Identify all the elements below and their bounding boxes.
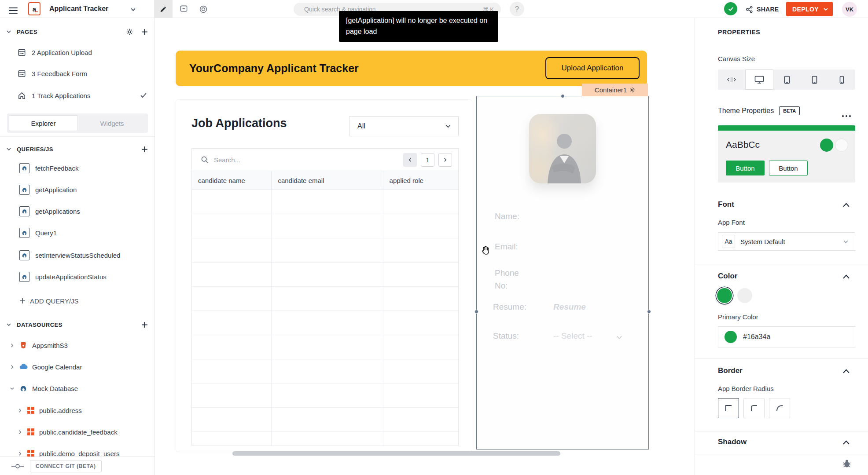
- prev-page-button[interactable]: [403, 153, 417, 167]
- table-row[interactable]: [192, 335, 458, 359]
- datasource-google-calendar[interactable]: Google Calendar: [0, 358, 155, 376]
- query-item[interactable]: Query1: [0, 224, 155, 241]
- table-search-input[interactable]: [214, 156, 337, 164]
- table-row[interactable]: [192, 432, 458, 446]
- table-cell[interactable]: [383, 335, 458, 359]
- table-cell[interactable]: [272, 408, 383, 431]
- datasources-section-header[interactable]: DATASOURCES: [0, 318, 155, 331]
- deploy-chevron-down-icon[interactable]: [823, 7, 828, 12]
- help-button[interactable]: ?: [510, 2, 524, 16]
- query-item[interactable]: fetchFeedback: [0, 159, 155, 177]
- table-cell[interactable]: [383, 190, 458, 214]
- datasource-table-public-address[interactable]: public.address: [0, 402, 155, 419]
- canvas-size-tablet-large-option[interactable]: [773, 69, 801, 90]
- collapse-chevron-up-icon[interactable]: [843, 440, 850, 445]
- chevron-down-icon[interactable]: [10, 386, 15, 391]
- debug-bug-icon[interactable]: [842, 459, 852, 468]
- table-row[interactable]: [192, 384, 458, 408]
- table-row[interactable]: [192, 190, 458, 214]
- sidebar-page-track-applications[interactable]: 1 Track Applications: [0, 87, 155, 104]
- color-swatch-green-selected[interactable]: [717, 288, 732, 303]
- sidebar-page-feedback-form[interactable]: 3 Feeedback Form: [0, 65, 155, 82]
- app-logo-icon[interactable]: a: [28, 2, 40, 15]
- color-swatch-light[interactable]: [737, 288, 752, 303]
- table-cell[interactable]: [272, 263, 383, 286]
- table-cell[interactable]: [192, 408, 272, 431]
- status-select[interactable]: -- Select --: [553, 331, 592, 341]
- column-header[interactable]: candidate email: [272, 171, 383, 190]
- resize-handle-left[interactable]: [474, 310, 478, 314]
- table-cell[interactable]: [383, 311, 458, 335]
- share-button[interactable]: SHARE: [746, 4, 779, 15]
- query-item[interactable]: updateApplicationStatus: [0, 268, 155, 285]
- table-row[interactable]: [192, 263, 458, 287]
- add-query-icon[interactable]: [141, 146, 148, 153]
- chevron-down-icon[interactable]: [6, 146, 11, 152]
- container-settings-gear-icon[interactable]: [629, 87, 635, 93]
- edit-mode-button[interactable]: [154, 0, 173, 18]
- table-cell[interactable]: [192, 432, 272, 446]
- pages-settings-gear-icon[interactable]: [126, 28, 133, 36]
- container1-widget[interactable]: Name: Email: Phone No: Resume: Resume St…: [476, 96, 649, 449]
- app-title-chevron-down-icon[interactable]: [130, 7, 136, 12]
- border-radius-sharp-option[interactable]: [718, 398, 739, 418]
- chevron-right-icon[interactable]: [18, 408, 22, 413]
- table-cell[interactable]: [192, 190, 272, 214]
- add-datasource-icon[interactable]: [141, 322, 148, 328]
- table-cell[interactable]: [192, 214, 272, 238]
- status-filter-dropdown[interactable]: All: [349, 116, 459, 136]
- status-chevron-down-icon[interactable]: [616, 334, 623, 341]
- table-cell[interactable]: [383, 287, 458, 311]
- table-cell[interactable]: [383, 384, 458, 407]
- table-cell[interactable]: [272, 359, 383, 383]
- table-cell[interactable]: [272, 335, 383, 359]
- container-widget-tag[interactable]: Container1: [582, 84, 648, 96]
- horizontal-scrollbar[interactable]: [232, 451, 560, 456]
- add-page-icon[interactable]: [141, 29, 148, 35]
- canvas-size-phone-option[interactable]: [828, 69, 855, 90]
- table-cell[interactable]: [272, 238, 383, 262]
- more-menu-icon[interactable]: [840, 111, 851, 119]
- table-cell[interactable]: [272, 190, 383, 214]
- upload-application-button[interactable]: Upload Application: [545, 57, 640, 79]
- collapse-chevron-up-icon[interactable]: [843, 203, 850, 207]
- canvas-size-fluid-option[interactable]: [718, 69, 745, 90]
- tab-explorer[interactable]: Explorer: [9, 115, 78, 131]
- add-query-button[interactable]: ADD QUERY/JS: [0, 292, 155, 310]
- table-cell[interactable]: [383, 214, 458, 238]
- chevron-right-icon[interactable]: [10, 343, 15, 348]
- column-header[interactable]: candidate name: [192, 171, 272, 190]
- table-cell[interactable]: [272, 311, 383, 335]
- table-cell[interactable]: [192, 238, 272, 262]
- resume-link[interactable]: Resume: [553, 302, 586, 312]
- table-cell[interactable]: [192, 263, 272, 286]
- chevron-right-icon[interactable]: [18, 451, 22, 456]
- table-row[interactable]: [192, 287, 458, 311]
- chevron-right-icon[interactable]: [18, 430, 22, 435]
- table-cell[interactable]: [192, 384, 272, 407]
- table-row[interactable]: [192, 359, 458, 384]
- table-row[interactable]: [192, 238, 458, 263]
- datasource-mock-database[interactable]: Mock Database: [0, 380, 155, 397]
- query-item[interactable]: setInterviewStatusScheduled: [0, 246, 155, 264]
- datasource-appsmith-s3[interactable]: AppsmithS3: [0, 336, 155, 354]
- table-cell[interactable]: [383, 263, 458, 286]
- app-header-widget[interactable]: YourCompany Applicant Tracker Upload App…: [176, 51, 647, 86]
- chevron-down-icon[interactable]: [6, 29, 11, 34]
- pages-section-header[interactable]: PAGES: [0, 25, 155, 38]
- table-cell[interactable]: [272, 214, 383, 238]
- canvas-size-desktop-option[interactable]: [745, 69, 773, 90]
- table-cell[interactable]: [383, 432, 458, 446]
- table-cell[interactable]: [192, 335, 272, 359]
- tab-widgets[interactable]: Widgets: [78, 115, 146, 131]
- primary-color-input[interactable]: #16a34a: [718, 326, 855, 347]
- query-item[interactable]: getApplication: [0, 181, 155, 198]
- queries-section-header[interactable]: QUERIES/JS: [0, 142, 155, 156]
- canvas-size-tablet-option[interactable]: [801, 69, 828, 90]
- table-cell[interactable]: [192, 359, 272, 383]
- table-row[interactable]: [192, 311, 458, 335]
- collapse-chevron-up-icon[interactable]: [843, 369, 850, 373]
- table-cell[interactable]: [192, 287, 272, 311]
- hamburger-menu-icon[interactable]: [9, 6, 18, 15]
- preview-mode-button[interactable]: [194, 0, 213, 18]
